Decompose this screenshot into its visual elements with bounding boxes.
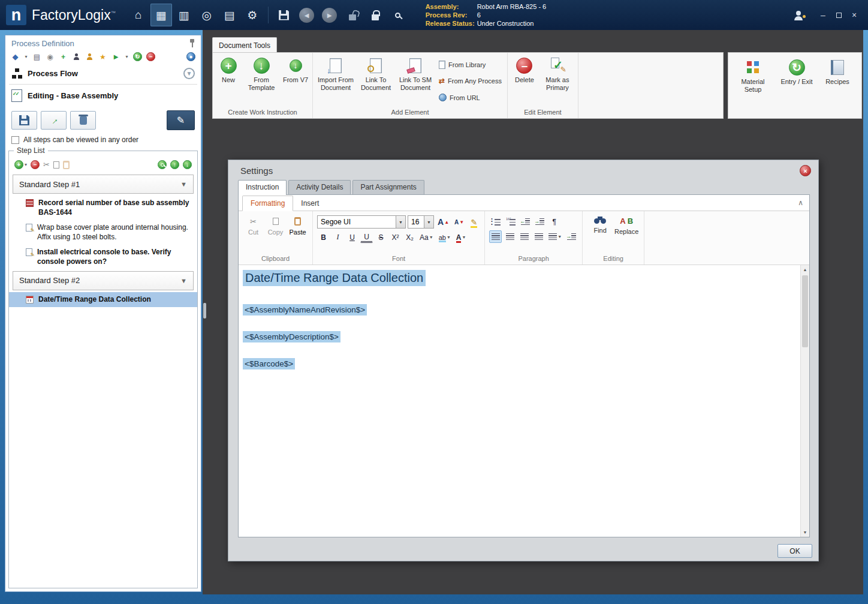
print-button[interactable]: ▤ [32, 52, 42, 62]
new-process-dropdown[interactable]: ▾ [23, 52, 29, 62]
tab-insert[interactable]: Insert [293, 196, 327, 211]
work-instructions-button[interactable]: ▦ [150, 4, 172, 26]
user-assign-button[interactable] [85, 52, 95, 62]
from-template-button[interactable]: ↓ From Template [243, 55, 280, 107]
step-activity[interactable]: Wrap base cover plate around internal ho… [9, 220, 197, 245]
from-v7-button[interactable]: ↓ From V7 [282, 55, 309, 107]
find-button[interactable]: Find [587, 213, 613, 254]
tab-instruction[interactable]: Instruction [238, 180, 287, 195]
bold-button[interactable]: B [317, 231, 330, 244]
copy-button[interactable]: Copy [265, 213, 286, 254]
decrease-indent-button[interactable] [519, 215, 532, 228]
document-editing-area[interactable]: Date/Time Range Data Collection <$Assemb… [239, 265, 809, 537]
save-assembly-button[interactable] [11, 111, 37, 130]
close-button[interactable]: × [846, 8, 862, 22]
token-barcode[interactable]: <$Barcode$> [243, 358, 295, 369]
tab-part-assignments[interactable]: Part Assignments [352, 180, 424, 194]
process-flow-row[interactable]: Process Flow ▼ [5, 64, 201, 83]
tab-formatting[interactable]: Formatting [242, 196, 293, 211]
format-painter-button[interactable]: ✎ [468, 216, 480, 229]
from-library-button[interactable]: From Library [439, 61, 502, 69]
new-button[interactable]: + New [216, 55, 241, 107]
move-step-down-button[interactable]: ↓ [183, 160, 192, 169]
move-step-up-button[interactable]: ↑ [170, 160, 179, 169]
checkbox[interactable] [11, 136, 19, 144]
vertical-scrollbar[interactable]: ▲ ▼ [800, 265, 809, 537]
underline-button[interactable]: U [346, 231, 358, 244]
step-header-1[interactable]: Standard Step #1 ▼ [13, 175, 194, 194]
dialog-close-button[interactable]: × [800, 165, 811, 176]
settings-button[interactable]: ⚙ [242, 4, 263, 26]
step-activity[interactable]: Install electrical console to base. Veri… [9, 245, 197, 269]
add-step-dropdown[interactable]: ▾ [25, 162, 27, 167]
back-button[interactable]: ◀ [296, 4, 318, 26]
from-any-process-button[interactable]: ⇄ From Any Process [439, 77, 502, 85]
document-tools-tab[interactable]: Document Tools [212, 37, 277, 53]
align-center-button[interactable] [504, 230, 516, 243]
bullet-list-button[interactable] [489, 215, 502, 228]
grow-font-button[interactable]: A▲ [436, 216, 451, 229]
scroll-up-button[interactable]: ▲ [801, 265, 809, 274]
font-family-select[interactable]: Segoe UI ▼ [317, 215, 406, 229]
token-assembly-name-revision[interactable]: <$AssemblyNameAndRevision$> [243, 304, 367, 315]
subscript-button[interactable]: X₂ [403, 231, 416, 244]
shrink-font-button[interactable]: A▼ [453, 216, 466, 229]
italic-button[interactable]: I [331, 231, 344, 244]
add-step-button[interactable]: + [14, 160, 23, 169]
scroll-down-button[interactable]: ▼ [801, 528, 809, 537]
lock-button[interactable] [364, 4, 386, 26]
replace-button[interactable]: A B Replace [613, 213, 640, 254]
paste-button[interactable]: Paste [287, 213, 308, 254]
change-case-button[interactable]: Aa▼ [418, 231, 435, 244]
minimize-button[interactable]: – [815, 8, 831, 22]
copy-step-button[interactable] [53, 161, 59, 169]
numbered-list-button[interactable] [504, 215, 517, 228]
help-button[interactable]: ● [186, 52, 196, 62]
document-heading[interactable]: Date/Time Range Data Collection [243, 270, 426, 286]
maximize-button[interactable] [831, 8, 846, 22]
find-step-button[interactable] [158, 160, 167, 169]
favorite-button[interactable]: ★ [98, 52, 108, 62]
export-button[interactable]: ◉ [45, 52, 55, 62]
sync-button[interactable]: ↻ [132, 52, 143, 62]
new-process-button[interactable]: ◆ [10, 52, 20, 62]
unlock-button[interactable] [342, 4, 363, 26]
scrollbar-thumb[interactable] [802, 275, 808, 347]
link-to-sm-document-button[interactable]: Link To SM Document [396, 55, 435, 107]
send-button[interactable]: ▶ [111, 52, 121, 62]
edit-mode-button[interactable]: ✎ [167, 110, 195, 130]
import-assembly-button[interactable]: → [41, 111, 67, 130]
remove-step-button[interactable]: – [31, 160, 40, 169]
cut-button[interactable]: ✂ Cut [243, 213, 264, 254]
audit-button[interactable] [71, 52, 82, 62]
ok-button[interactable]: OK [777, 544, 812, 558]
step-activity[interactable]: Record serial number of base sub assembl… [9, 196, 197, 220]
entry-exit-button[interactable]: ↻ Entry / Exit [776, 56, 817, 86]
tab-activity-details[interactable]: Activity Details [288, 180, 351, 194]
font-size-select[interactable]: 16 ▼ [408, 215, 434, 229]
paragraph-settings-button[interactable] [565, 230, 578, 243]
align-left-button[interactable] [489, 230, 502, 243]
documents-button[interactable]: ▤ [219, 4, 240, 26]
home-button[interactable]: ⌂ [128, 4, 149, 26]
cut-step-button[interactable]: ✂ [43, 160, 50, 169]
search-button[interactable] [387, 4, 409, 26]
increase-indent-button[interactable] [534, 215, 546, 228]
step-activity-selected[interactable]: Date/Time Range Data Collection [9, 292, 197, 308]
double-underline-button[interactable]: U [360, 232, 373, 243]
link-to-document-button[interactable]: Link To Document [357, 55, 394, 107]
align-right-button[interactable] [518, 230, 531, 243]
delete-element-button[interactable]: – Delete [511, 55, 538, 107]
step-header-2[interactable]: Standard Step #2 ▼ [13, 271, 194, 290]
font-color-button[interactable]: A▼ [454, 231, 468, 244]
import-from-document-button[interactable]: Import From Document [316, 55, 355, 107]
chevron-down-icon[interactable]: ▼ [180, 181, 187, 188]
recipes-button[interactable]: Recipes [821, 56, 854, 86]
remove-button[interactable]: – [146, 52, 156, 62]
delete-assembly-button[interactable] [70, 111, 96, 130]
operations-button[interactable]: ◎ [196, 4, 218, 26]
material-setup-button[interactable]: Material Setup [733, 56, 773, 93]
process-templates-button[interactable]: ▥ [173, 4, 195, 26]
send-dropdown[interactable]: ▾ [124, 52, 129, 62]
paste-step-button[interactable] [63, 161, 70, 169]
